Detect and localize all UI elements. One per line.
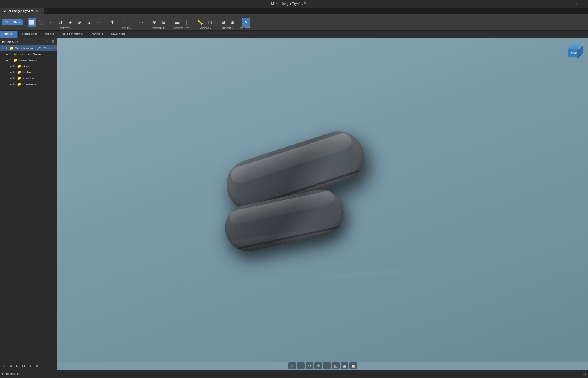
section-analysis-button[interactable]: ◫ xyxy=(205,18,214,27)
document-tab[interactable]: Mirror Hanger TryA1 v2 ✕ ● xyxy=(0,8,44,14)
new-tab-button[interactable]: + xyxy=(46,8,48,13)
midplane-button[interactable]: ▬ xyxy=(173,18,182,27)
close-button[interactable]: ✕ xyxy=(581,1,586,6)
tree-item-origin[interactable]: ▶ 👁 📁 Origin xyxy=(0,63,57,69)
revolve-button[interactable]: ○ xyxy=(47,18,55,27)
comments-toggle-icon[interactable]: ⊞ xyxy=(583,372,586,376)
joint-button[interactable]: ⊕ xyxy=(150,18,159,27)
eye-icon-named-views[interactable]: 👁 xyxy=(9,59,11,62)
insert-mesh-icon: ▦ xyxy=(231,20,235,25)
tree-arrow-sketches: ▶ xyxy=(9,76,13,80)
loft-button[interactable]: ◈ xyxy=(66,18,75,27)
tab-manage[interactable]: MANAGE xyxy=(107,31,129,38)
new-component-button[interactable]: ⬜ xyxy=(28,18,36,27)
timeline-end-button[interactable]: ⏭ xyxy=(27,363,33,369)
tab-mesh[interactable]: MESH xyxy=(41,31,58,38)
tab-close-icon[interactable]: ✕ xyxy=(36,10,38,13)
window-title: Mirror Hanger TryA1 v2* xyxy=(9,2,569,6)
tab-solid[interactable]: SOLID xyxy=(0,31,18,38)
assemble-label: ASSEMBLE ▾ xyxy=(148,27,170,29)
browser-title: BROWSER xyxy=(2,40,18,43)
hole-button[interactable]: ◉ xyxy=(75,18,84,27)
zoom-button[interactable]: ⊙ xyxy=(323,362,331,369)
fillet-icon: ⌒ xyxy=(120,19,124,25)
insert-derive-button[interactable]: ⊞ xyxy=(219,18,227,27)
chamfer-icon: ◺ xyxy=(130,20,133,25)
eye-icon-root[interactable]: 👁 xyxy=(5,47,8,50)
folder-icon-bodies: 📁 xyxy=(17,70,21,74)
tree-item-doc-settings[interactable]: ▶ 👁 ⚙ Document Settings xyxy=(0,51,57,57)
timeline-next-button[interactable]: ▶▶ xyxy=(21,363,27,369)
tab-tools[interactable]: TOOLS xyxy=(88,31,107,38)
pan-button[interactable]: ✛ xyxy=(314,362,322,369)
eye-icon-doc-settings[interactable]: 👁 xyxy=(9,53,11,56)
browser-settings-icon[interactable]: ⚙ xyxy=(51,40,55,44)
insert-mesh-button[interactable]: ▦ xyxy=(228,18,237,27)
maximize-button[interactable]: □ xyxy=(575,1,580,6)
fit-screen-button[interactable]: ⊕ xyxy=(297,362,305,369)
timeline-start-button[interactable]: ⏮ xyxy=(1,363,7,369)
visual-style-button[interactable]: ▣ xyxy=(349,362,357,369)
select-button[interactable]: ↖ xyxy=(242,18,250,27)
eye-icon-bodies[interactable]: 👁 xyxy=(13,71,15,74)
pin-icon-root[interactable]: 📌 xyxy=(52,47,55,50)
measure-button[interactable]: 📏 xyxy=(196,18,204,27)
browser-collapse-icon[interactable]: − xyxy=(45,40,49,44)
new-component-icon: ⬜ xyxy=(29,20,35,25)
tree-item-named-views[interactable]: ▶ 👁 📁 Named Views xyxy=(0,57,57,63)
midplane-icon: ▬ xyxy=(175,20,179,25)
orbit-button[interactable]: ↺ xyxy=(306,362,313,369)
viewcube[interactable]: FRONT X Y Z xyxy=(563,41,585,63)
create-section: ⬜ ⬛ ○ ◑ ◈ ◉ ⌀ ✛ CREATE ▾ xyxy=(26,14,105,30)
tree-arrow-named-views: ▶ xyxy=(5,58,9,62)
extrude-button[interactable]: ⬛ xyxy=(37,18,46,27)
tree-item-root[interactable]: ▼ 👁 📁 Mirror Hanger TryA1 v2 ✏ ✕ 📌 xyxy=(0,45,57,51)
eye-icon-origin[interactable]: 👁 xyxy=(13,65,15,68)
thread-button[interactable]: ⌀ xyxy=(85,18,94,27)
tree-arrow-doc-settings: ▶ xyxy=(5,52,9,56)
modify-label: MODIFY ▾ xyxy=(106,27,147,29)
grid-button[interactable]: ▦ xyxy=(341,362,348,369)
tree-arrow-construction: ▶ xyxy=(9,82,13,86)
viewport[interactable]: FRONT X Y Z xyxy=(57,38,588,362)
measure-icon: 📏 xyxy=(197,20,203,25)
timeline-prev-button[interactable]: ◀ xyxy=(8,363,14,369)
design-button[interactable]: DESIGN ▾ xyxy=(2,19,23,25)
minimize-button[interactable]: − xyxy=(569,1,574,6)
edit-icon-root[interactable]: ✏ xyxy=(47,47,49,50)
tree-item-bodies[interactable]: ▶ 👁 📁 Bodies xyxy=(0,69,57,75)
timeline-play-button[interactable]: ▶ xyxy=(14,363,20,369)
folder-icon-sketches: 📁 xyxy=(17,76,21,80)
tab-sheet-metal[interactable]: SHEET METAL xyxy=(58,31,88,38)
close-icon-root[interactable]: ✕ xyxy=(50,47,52,50)
select-section: ↖ SELECT ▾ xyxy=(240,14,252,30)
press-pull-button[interactable]: ⬆ xyxy=(108,18,117,27)
app-icon: ⬡ xyxy=(2,1,7,6)
move-button[interactable]: ✛ xyxy=(94,18,103,27)
eye-icon-construction[interactable]: 👁 xyxy=(13,83,15,86)
folder-icon-named-views: 📁 xyxy=(13,58,17,62)
tree-item-construction[interactable]: ▶ 👁 📁 Construction xyxy=(0,81,57,87)
display-mode-button[interactable]: ◫ xyxy=(332,362,340,369)
chamfer-button[interactable]: ◺ xyxy=(127,18,136,27)
axis-button[interactable]: | xyxy=(182,18,191,27)
sweep-button[interactable]: ◑ xyxy=(56,18,65,27)
assemble-section: ⊕ ⊞ ASSEMBLE ▾ xyxy=(148,14,170,30)
eye-icon-sketches[interactable]: 👁 xyxy=(13,77,15,80)
tab-surface[interactable]: SURFACE xyxy=(18,31,41,38)
tree-item-sketches[interactable]: ▶ 👁 📁 Sketches xyxy=(0,75,57,81)
loft-icon: ◈ xyxy=(69,20,72,25)
joint-icon: ⊕ xyxy=(153,20,156,25)
create-label: CREATE ▾ xyxy=(26,27,105,29)
shell-button[interactable]: ▭ xyxy=(136,18,145,27)
vis-icons-bodies: 👁 xyxy=(13,71,16,74)
3d-model-container xyxy=(224,145,443,282)
fillet-button[interactable]: ⌒ xyxy=(117,18,126,27)
tree-label-bodies: Bodies xyxy=(22,71,32,74)
modify-section: ⬆ ⌒ ◺ ▭ MODIFY ▾ xyxy=(106,14,147,30)
tab-label: Mirror Hanger TryA1 v2 xyxy=(3,9,34,13)
rigid-group-button[interactable]: ⊞ xyxy=(159,18,168,27)
home-view-button[interactable]: ⌂ xyxy=(288,362,296,369)
tree-arrow-root: ▼ xyxy=(1,46,5,50)
timeline-settings-icon[interactable]: ⚙ xyxy=(34,363,40,369)
